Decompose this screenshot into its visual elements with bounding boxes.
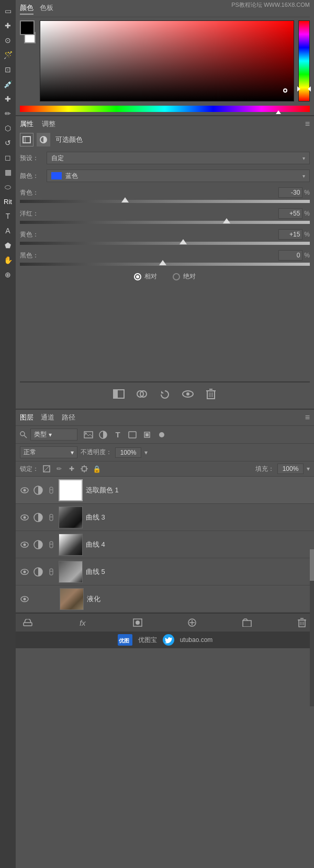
tab-properties[interactable]: 属性 (20, 119, 33, 129)
filter-row: 类型 ▾ (16, 426, 314, 444)
filter-pixel2-btn[interactable] (156, 429, 167, 441)
watermark: PS教程论坛 WWW.16X8.COM (231, 1, 310, 9)
filter-smart-btn[interactable] (141, 429, 153, 441)
tool-shape[interactable]: ⬟ (2, 240, 14, 251)
tool-path[interactable]: A (2, 225, 14, 236)
mask-icon-svg (23, 136, 31, 143)
black-label: 黑色： (20, 251, 39, 260)
scroll-bar[interactable] (310, 549, 314, 706)
blend-mode-dropdown[interactable]: 正常 ▾ (20, 446, 77, 458)
filter-text-btn[interactable]: T (112, 429, 124, 441)
add-adjustment-btn[interactable] (185, 617, 199, 628)
tool-zoom[interactable]: ⊕ (2, 269, 14, 280)
yellow-slider-track[interactable] (20, 242, 310, 245)
tool-pen[interactable]: Rit (2, 196, 14, 207)
color-gradient-container[interactable] (40, 20, 294, 102)
tool-lasso[interactable]: ⊙ (2, 35, 14, 46)
layer-5-visibility-btn[interactable] (20, 594, 29, 604)
tool-gradient[interactable]: ▦ (2, 166, 14, 178)
yellow-value-input[interactable]: +15 (278, 229, 302, 240)
lock-all-btn[interactable]: 🔒 (92, 464, 102, 474)
spectrum-marker (276, 110, 281, 114)
filter-pixel-btn[interactable] (83, 429, 94, 441)
layer-item-5[interactable]: 液化 (16, 585, 314, 613)
tab-color[interactable]: 颜色 (20, 3, 33, 15)
magenta-slider-track[interactable] (20, 221, 310, 224)
action-visibility-btn[interactable] (181, 388, 195, 400)
filter-shape-btn[interactable] (127, 429, 138, 441)
preset-dropdown[interactable]: 自定 ▾ (47, 152, 310, 164)
lock-artboard-btn[interactable] (80, 464, 89, 474)
cyan-slider-track[interactable] (20, 200, 310, 203)
cyan-slider-thumb (121, 197, 129, 202)
radio-relative[interactable]: 相对 (134, 272, 157, 281)
layers-menu-icon[interactable]: ≡ (305, 413, 310, 422)
eye-icon-layer3 (20, 542, 29, 548)
tool-eyedrop[interactable]: 💉 (2, 78, 14, 90)
tab-paths[interactable]: 路径 (62, 413, 75, 422)
tab-adjustments[interactable]: 调整 (42, 119, 55, 129)
action-link-btn[interactable] (134, 388, 149, 400)
add-group-btn[interactable] (240, 617, 254, 628)
layer-3-visibility-btn[interactable] (20, 540, 29, 549)
layer-4-visibility-btn[interactable] (20, 567, 29, 577)
lock-move-btn[interactable]: ✚ (67, 464, 76, 474)
tab-channels[interactable]: 通道 (41, 413, 54, 422)
tool-stamp[interactable]: ⬡ (2, 122, 14, 134)
tab-swatches[interactable]: 色板 (40, 3, 53, 15)
filter-type-dropdown[interactable]: 类型 ▾ (30, 429, 77, 441)
tool-marquee[interactable]: ▭ (2, 5, 14, 17)
action-delete-btn[interactable] (204, 388, 218, 400)
layer-5-thumb (60, 588, 84, 610)
lock-paint-btn[interactable]: ✏ (54, 464, 64, 474)
circle-icon-svg (40, 136, 47, 143)
tool-move[interactable]: ✚ (2, 20, 14, 31)
tool-eraser[interactable]: ◻ (2, 152, 14, 163)
scroll-thumb[interactable] (310, 549, 314, 581)
tool-history[interactable]: ↺ (2, 137, 14, 149)
foreground-swatch[interactable] (20, 20, 35, 35)
hue-slider[interactable] (298, 20, 310, 102)
tool-hand[interactable]: ✋ (2, 254, 14, 266)
cyan-value-input[interactable]: -30 (278, 187, 302, 198)
color-dropdown[interactable]: 蓝色 ▾ (47, 170, 310, 182)
layer-1-visibility-btn[interactable] (20, 486, 29, 495)
radio-absolute[interactable]: 绝对 (173, 272, 196, 281)
lock-transparent-btn[interactable] (42, 464, 51, 474)
opacity-dropdown-arrow[interactable]: ▾ (144, 449, 148, 456)
color-gradient-field[interactable] (40, 20, 294, 102)
tab-layers[interactable]: 图层 (20, 413, 33, 422)
properties-menu-icon[interactable]: ≡ (305, 119, 310, 129)
add-effect-btn[interactable]: fx (76, 617, 89, 628)
brand-text2: utubao.com (180, 636, 213, 644)
eye-icon-layer1 (20, 487, 29, 493)
fill-dropdown-arrow[interactable]: ▾ (307, 465, 310, 472)
tool-heal[interactable]: ✚ (2, 93, 14, 105)
tool-magic[interactable]: 🪄 (2, 49, 14, 61)
add-mask-btn[interactable] (131, 617, 144, 628)
layer-2-visibility-btn[interactable] (20, 513, 29, 522)
layer-item-2[interactable]: 曲线 3 (16, 504, 314, 531)
adj-icon-mask[interactable] (20, 133, 33, 146)
layer-item-4[interactable]: 曲线 5 (16, 558, 314, 585)
link-layers-btn[interactable] (21, 617, 35, 628)
opacity-value-display[interactable]: 100% (115, 447, 141, 458)
filter-adj-btn[interactable] (97, 429, 109, 441)
layer-item-3[interactable]: 曲线 4 (16, 531, 314, 558)
tool-crop[interactable]: ⊡ (2, 64, 14, 75)
action-clip-btn[interactable] (111, 388, 126, 400)
action-reset-btn[interactable] (158, 388, 172, 400)
color-spectrum-strip[interactable] (20, 106, 310, 112)
delete-layer-btn[interactable] (295, 617, 309, 628)
black-value-input[interactable]: 0 (278, 250, 302, 261)
tool-text[interactable]: T (2, 210, 14, 222)
magenta-slider-thumb (223, 218, 230, 223)
artboard-icon (81, 465, 88, 472)
tool-dodge[interactable]: ⬭ (2, 181, 14, 193)
black-slider-track[interactable] (20, 263, 310, 266)
magenta-value-input[interactable]: +55 (278, 208, 302, 219)
fill-value-display[interactable]: 100% (277, 464, 304, 474)
layer-item-1[interactable]: 选取颜色 1 (16, 477, 314, 504)
adj-icon-circle[interactable] (37, 133, 50, 146)
tool-brush[interactable]: ✏ (2, 108, 14, 119)
